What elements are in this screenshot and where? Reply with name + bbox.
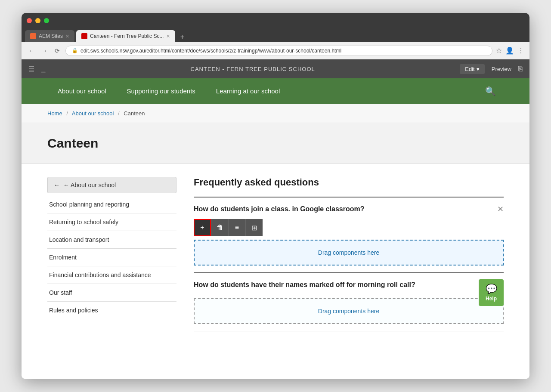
comp-add-button-1[interactable]: +	[194, 219, 211, 236]
sidebar-item-staff[interactable]: Our staff	[47, 284, 176, 302]
new-tab-button[interactable]: +	[177, 32, 187, 42]
profile-icon[interactable]: 👤	[505, 46, 514, 55]
bookmark-icon[interactable]: ☆	[496, 46, 502, 55]
refresh-button[interactable]: ⟳	[53, 46, 62, 56]
search-icon[interactable]: 🔍	[477, 78, 504, 104]
breadcrumb-sep-1: /	[66, 110, 68, 117]
site-nav: About our school Supporting our students…	[22, 78, 529, 104]
preview-button[interactable]: Preview	[492, 66, 511, 72]
edit-chevron-icon: ▾	[477, 66, 480, 72]
aem-sidebar-toggle-icon[interactable]: ☰	[28, 65, 34, 73]
sidebar-back-label: ← About our school	[63, 182, 116, 188]
comp-delete-button-1[interactable]: 🗑	[211, 219, 228, 236]
help-label: Help	[484, 296, 498, 302]
ssl-lock-icon: 🔒	[72, 48, 78, 53]
help-chat-icon: 💬	[484, 284, 498, 295]
tab-aem-icon	[30, 33, 36, 39]
url-text: edit.sws.schools.nsw.gov.au/editor.html/…	[80, 48, 341, 54]
sidebar-item-rules[interactable]: Rules and policies	[47, 302, 176, 319]
school-site: About our school Supporting our students…	[22, 78, 529, 379]
aem-toolbar: ☰ ⎯ CANTEEN - FERN TREE PUBLIC SCHOOL Ed…	[22, 59, 529, 78]
faq-drag-label-2: Drag components here	[318, 308, 379, 315]
help-button[interactable]: 💬 Help	[479, 279, 504, 306]
component-toolbar-1: + 🗑 ≡ ⊞	[194, 219, 504, 236]
faq-drag-zone-1[interactable]: Drag components here	[194, 240, 504, 265]
tab-aem-close[interactable]: ✕	[65, 34, 69, 39]
sidebar: ← ← About our school School planning and…	[47, 164, 176, 379]
content-layout: ← ← About our school School planning and…	[22, 164, 529, 379]
faq-close-1[interactable]: ✕	[497, 204, 504, 214]
faq-question-row-2: How do students have their names marked …	[194, 273, 504, 295]
comp-add-icon: +	[200, 224, 204, 231]
maximize-traffic-light[interactable]	[44, 18, 49, 23]
faq-drag-zone-2[interactable]: Drag components here	[194, 298, 504, 324]
tab-canteen-icon	[81, 33, 87, 39]
forward-button[interactable]: →	[40, 46, 49, 56]
aem-share-icon[interactable]: ⎘	[518, 65, 523, 73]
breadcrumb-parent[interactable]: About our school	[72, 110, 114, 117]
url-bar[interactable]: 🔒 edit.sws.schools.nsw.gov.au/editor.htm…	[65, 46, 492, 56]
breadcrumb-home[interactable]: Home	[47, 110, 62, 117]
sidebar-item-planning[interactable]: School planning and reporting	[47, 196, 176, 213]
sidebar-back-arrow-icon: ←	[54, 182, 60, 188]
tab-canteen-close[interactable]: ✕	[166, 34, 170, 39]
nav-items: About our school Supporting our students…	[47, 79, 477, 103]
main-content: Frequently asked questions How do studen…	[194, 164, 504, 379]
back-button[interactable]: ←	[27, 46, 36, 56]
tab-aem-label: AEM Sites	[39, 33, 63, 39]
sidebar-item-enrolment[interactable]: Enrolment	[47, 249, 176, 266]
comp-list-icon: ≡	[235, 224, 239, 231]
sidebar-back-button[interactable]: ← ← About our school	[47, 177, 176, 193]
tab-canteen-label: Canteen - Fern Tree Public Sc...	[90, 33, 164, 39]
tab-canteen[interactable]: Canteen - Fern Tree Public Sc... ✕	[76, 30, 175, 42]
comp-grid-button-1[interactable]: ⊞	[245, 219, 263, 236]
aem-page-title: CANTEEN - FERN TREE PUBLIC SCHOOL	[191, 66, 315, 72]
close-traffic-light[interactable]	[27, 18, 32, 23]
faq-item-2: How do students have their names marked …	[194, 272, 504, 335]
comp-grid-icon: ⊞	[251, 224, 257, 232]
sidebar-item-location[interactable]: Location and transport	[47, 231, 176, 249]
address-bar: ← → ⟳ 🔒 edit.sws.schools.nsw.gov.au/edit…	[22, 42, 529, 59]
nav-supporting[interactable]: Supporting our students	[117, 79, 206, 103]
nav-learning[interactable]: Learning at our school	[206, 79, 290, 103]
breadcrumb-sep-2: /	[118, 110, 120, 117]
menu-icon[interactable]: ⋮	[517, 46, 524, 55]
page-title: Canteen	[47, 136, 504, 151]
tab-aem[interactable]: AEM Sites ✕	[25, 30, 74, 42]
browser-titlebar	[22, 13, 529, 28]
comp-list-button-1[interactable]: ≡	[228, 219, 245, 236]
page-title-area: Canteen	[22, 123, 529, 164]
faq-drag-label-1: Drag components here	[318, 249, 379, 256]
breadcrumb: Home / About our school / Canteen	[22, 104, 529, 123]
nav-about[interactable]: About our school	[47, 79, 117, 103]
faq-item-1: How do students join a class. in Google …	[194, 197, 504, 265]
edit-label: Edit	[465, 66, 474, 72]
aem-settings-icon[interactable]: ⎯	[41, 65, 46, 73]
edit-button[interactable]: Edit ▾	[460, 64, 484, 74]
faq-question-2: How do students have their names marked …	[194, 281, 415, 289]
faq-section-title: Frequently asked questions	[194, 177, 504, 188]
sidebar-item-financial[interactable]: Financial contributions and assistance	[47, 266, 176, 284]
faq-question-row-1: How do students join a class. in Google …	[194, 198, 504, 219]
tab-bar: AEM Sites ✕ Canteen - Fern Tree Public S…	[22, 28, 529, 42]
sidebar-item-returning[interactable]: Returning to school safely	[47, 213, 176, 231]
faq-question-1: How do students join a class. in Google …	[194, 205, 365, 213]
comp-delete-icon: 🗑	[217, 224, 223, 231]
minimize-traffic-light[interactable]	[35, 18, 40, 23]
breadcrumb-current: Canteen	[124, 110, 145, 117]
